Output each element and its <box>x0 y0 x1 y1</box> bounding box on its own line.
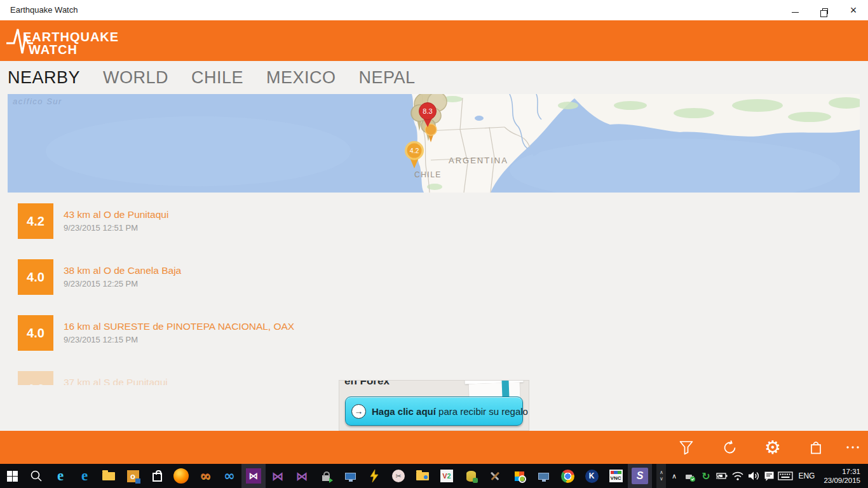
taskbar-file-explorer[interactable] <box>97 464 121 488</box>
wifi-icon <box>731 471 744 481</box>
taskbar-keepass[interactable]: K <box>580 464 604 488</box>
taskbar-shared-folder[interactable] <box>410 464 435 488</box>
taskbar-remote-computer[interactable] <box>338 464 362 488</box>
taskbar-snipping-tool[interactable]: ✂ <box>386 464 410 488</box>
taskbar-admin-tools[interactable] <box>483 464 507 488</box>
windows-logo-icon <box>7 471 18 482</box>
tray-usb-device[interactable] <box>682 464 698 488</box>
tray-volume[interactable] <box>745 464 761 488</box>
logo-text-line2: WATCH <box>29 43 78 57</box>
scissors-icon: ✂ <box>392 470 405 482</box>
taskbar-blend[interactable]: ∞ <box>217 464 241 488</box>
taskbar-windows-store[interactable] <box>145 464 169 488</box>
taskbar-overflow-scroll[interactable]: ∧ ∨ <box>656 464 666 488</box>
taskbar-windows-search-tool[interactable] <box>507 464 531 488</box>
taskbar-visual-studio-active[interactable]: ⋈ <box>241 464 266 488</box>
refresh-button[interactable] <box>708 431 751 464</box>
ad-banner[interactable]: en Forex → Haga clic aquí para recibir s… <box>339 380 529 431</box>
quake-list-item[interactable]: 4.0 16 km al SURESTE de PINOTEPA NACIONA… <box>18 315 590 351</box>
more-options-button[interactable] <box>837 431 868 464</box>
speaker-icon <box>747 470 760 482</box>
filter-button[interactable] <box>665 431 708 464</box>
action-center-icon <box>763 470 775 482</box>
tray-sync[interactable]: ↻ <box>698 464 714 488</box>
filter-icon <box>678 439 695 456</box>
app-command-bar: ⚙ <box>0 431 868 464</box>
taskbar-visual-studio-2[interactable]: ⋈ <box>290 464 314 488</box>
active-app-icon: S <box>632 468 648 484</box>
clock-time: 17:31 <box>824 467 860 476</box>
start-button[interactable] <box>0 464 24 488</box>
store-purchase-button[interactable] <box>794 431 837 464</box>
window-controls: × <box>780 0 868 20</box>
app-logo: EARTHQUAKE WATCH <box>5 25 126 60</box>
refresh-icon <box>721 439 738 456</box>
windows-magnifier-icon <box>515 471 524 481</box>
taskbar-chrome[interactable] <box>555 464 580 488</box>
taskbar-vnc-viewer[interactable]: V2 <box>435 464 459 488</box>
map-label-argentina: ARGENTINA <box>449 156 508 165</box>
tab-nepal[interactable]: NEPAL <box>359 68 416 88</box>
restore-button[interactable] <box>810 0 839 20</box>
close-button[interactable]: × <box>839 0 868 20</box>
tray-power[interactable] <box>714 464 729 488</box>
outlook-icon: o <box>127 470 139 482</box>
database-icon <box>466 471 476 482</box>
tray-language[interactable]: ENG <box>793 464 820 488</box>
gear-icon: ⚙ <box>764 438 781 457</box>
quake-location: 38 km al O de Canela Baja <box>64 265 181 276</box>
keyboard-icon <box>778 471 793 481</box>
tray-wifi[interactable] <box>729 464 745 488</box>
taskbar-internet-explorer[interactable]: e <box>48 464 72 488</box>
internet-explorer-icon: e <box>57 468 64 484</box>
earthquake-map[interactable]: acífico Sur ARGENTINA CHILE <box>8 94 860 193</box>
tab-mexico[interactable]: MEXICO <box>266 68 336 88</box>
search-icon <box>30 470 43 482</box>
ad-cta-bold: Haga clic aquí <box>372 406 436 417</box>
taskbar-vnc-server[interactable]: VNC <box>604 464 628 488</box>
chevron-up-icon: ∧ <box>672 472 677 480</box>
taskbar-credential-lock[interactable] <box>314 464 338 488</box>
tray-touch-keyboard[interactable] <box>777 464 793 488</box>
system-tray: ∧ ∨ ∧ ↻ <box>656 464 868 488</box>
quake-list-item[interactable]: 4.0 38 km al O de Canela Baja 9/23/2015 … <box>18 259 590 295</box>
firefox-icon <box>173 468 189 484</box>
windows-taskbar: e e o ∞ ∞ ⋈ ⋈ ⋈ ✂ V2 K VNC <box>0 464 868 488</box>
ad-cta-rest: para recibir su regalo <box>436 406 528 417</box>
tab-chile[interactable]: CHILE <box>191 68 243 88</box>
taskbar-active-app[interactable]: S <box>628 464 652 488</box>
tray-show-hidden-icons[interactable]: ∧ <box>666 464 682 488</box>
close-icon: × <box>850 4 857 17</box>
taskbar-database-tool[interactable] <box>459 464 483 488</box>
taskbar-firefox[interactable] <box>169 464 193 488</box>
quake-location: 37 km al S de Punitaqui <box>64 377 168 385</box>
taskbar-outlook[interactable]: o <box>121 464 145 488</box>
quake-list-item[interactable]: 4.2 43 km al O de Punitaqui 9/23/2015 12… <box>18 203 590 239</box>
map-pin-yellow-value: 4.2 <box>410 147 419 154</box>
minimize-button[interactable] <box>780 0 810 20</box>
shopping-bag-icon <box>808 439 824 456</box>
taskbar-lightning-tool[interactable] <box>362 464 386 488</box>
tab-nearby[interactable]: NEARBY <box>8 68 80 88</box>
tab-world[interactable]: WORLD <box>103 68 168 88</box>
taskbar-edge[interactable]: e <box>72 464 97 488</box>
restore-icon <box>822 8 828 14</box>
edge-icon: e <box>81 468 88 484</box>
minimize-icon <box>792 12 799 13</box>
taskbar-visual-studio-colored[interactable]: ∞ <box>193 464 217 488</box>
map-lake <box>475 116 484 121</box>
vnc-viewer-icon: V2 <box>440 470 453 482</box>
tray-action-center[interactable] <box>761 464 777 488</box>
taskbar-search-button[interactable] <box>24 464 48 488</box>
taskbar-network-computer[interactable] <box>531 464 555 488</box>
taskbar-visual-studio-1[interactable]: ⋈ <box>266 464 290 488</box>
magnitude-badge: 4.0 <box>18 371 53 385</box>
lightning-icon <box>369 470 379 482</box>
settings-button[interactable]: ⚙ <box>751 431 794 464</box>
ad-cta-button[interactable]: → Haga clic aquí para recibir su regalo <box>345 396 523 426</box>
map-pin-red-value: 8.3 <box>423 107 432 115</box>
map-ocean-label: acífico Sur <box>13 97 62 106</box>
tray-clock[interactable]: 17:31 23/09/2015 <box>820 467 868 485</box>
scroll-up-icon: ∧ <box>660 470 663 475</box>
chrome-icon <box>561 470 574 483</box>
